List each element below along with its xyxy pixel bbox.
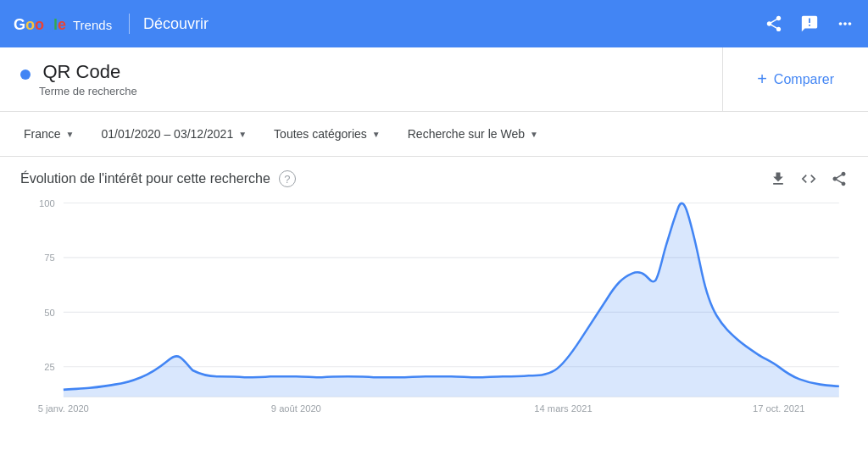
svg-text:9 août 2020: 9 août 2020 — [271, 403, 321, 414]
header-icons — [765, 14, 854, 33]
svg-text:Trends: Trends — [73, 18, 112, 32]
help-icon[interactable]: ? — [279, 170, 296, 187]
search-type-arrow-icon: ▼ — [530, 130, 538, 139]
svg-text:25: 25 — [44, 362, 54, 372]
date-arrow-icon: ▼ — [238, 130, 247, 139]
country-filter[interactable]: France ▼ — [14, 122, 84, 146]
country-arrow-icon: ▼ — [66, 130, 75, 139]
svg-text:100: 100 — [39, 197, 55, 208]
svg-text:Google: Google — [14, 16, 66, 33]
header: Google Trends Découvrir — [0, 0, 868, 47]
category-label: Toutes catégories — [274, 127, 367, 141]
notification-icon[interactable] — [800, 14, 819, 33]
header-title: Découvrir — [143, 15, 209, 33]
chart-actions — [770, 170, 848, 187]
category-filter[interactable]: Toutes catégories ▼ — [264, 122, 391, 146]
chart-container: 100 75 50 25 5 janv. 2020 9 août 2020 14… — [20, 194, 848, 414]
chart-section: Évolution de l'intérêt pour cette recher… — [0, 157, 868, 414]
search-term-row: QR Code — [20, 61, 702, 83]
search-term-label: Terme de recherche — [20, 85, 702, 97]
google-trends-logo: Google Trends — [14, 11, 115, 36]
date-filter[interactable]: 01/01/2020 – 03/12/2021 ▼ — [91, 122, 257, 146]
search-term-section: QR Code Terme de recherche — [0, 47, 723, 111]
apps-icon[interactable] — [836, 14, 854, 33]
chart-share-icon[interactable] — [831, 170, 848, 187]
filters-bar: France ▼ 01/01/2020 – 03/12/2021 ▼ Toute… — [0, 112, 868, 157]
search-type-filter[interactable]: Recherche sur le Web ▼ — [398, 122, 548, 146]
svg-text:50: 50 — [44, 307, 54, 317]
country-label: France — [24, 127, 61, 141]
search-term-name: QR Code — [42, 61, 120, 82]
svg-text:17 oct. 2021: 17 oct. 2021 — [753, 403, 804, 414]
search-area: QR Code Terme de recherche + Comparer — [0, 47, 868, 112]
header-divider — [129, 14, 130, 34]
download-icon[interactable] — [770, 170, 787, 187]
category-arrow-icon: ▼ — [372, 130, 381, 139]
share-icon[interactable] — [765, 14, 783, 33]
search-type-label: Recherche sur le Web — [408, 127, 525, 141]
svg-text:5 janv. 2020: 5 janv. 2020 — [38, 403, 89, 414]
svg-text:14 mars 2021: 14 mars 2021 — [534, 403, 592, 414]
compare-plus-icon: + — [757, 69, 767, 89]
chart-header: Évolution de l'intérêt pour cette recher… — [20, 170, 848, 187]
chart-title-area: Évolution de l'intérêt pour cette recher… — [20, 170, 296, 187]
logo: Google Trends — [14, 11, 115, 36]
trend-chart: 100 75 50 25 5 janv. 2020 9 août 2020 14… — [20, 194, 848, 414]
svg-text:75: 75 — [44, 253, 54, 263]
compare-label: Comparer — [774, 72, 834, 87]
chart-title: Évolution de l'intérêt pour cette recher… — [20, 171, 270, 186]
embed-icon[interactable] — [800, 170, 817, 187]
term-dot — [20, 69, 31, 80]
compare-section[interactable]: + Comparer — [723, 47, 868, 111]
date-label: 01/01/2020 – 03/12/2021 — [101, 127, 233, 141]
